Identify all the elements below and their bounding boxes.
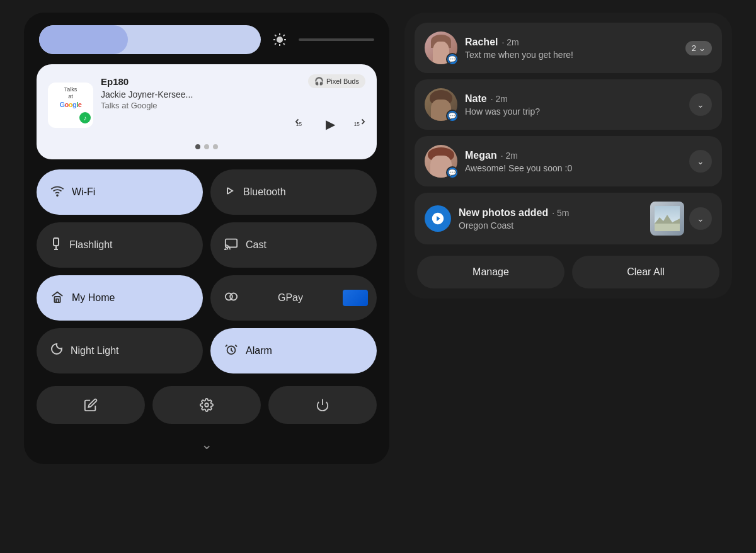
power-button[interactable] [268, 386, 377, 424]
media-title: Jackie Joyner-Kersee... [101, 89, 365, 100]
tile-bluetooth[interactable]: Bluetooth [210, 169, 377, 215]
svg-rect-12 [54, 238, 59, 246]
expand-button-photos[interactable]: ⌄ [689, 207, 712, 230]
fwd15-button[interactable]: 15 [352, 116, 365, 132]
media-controls: 15 ▶ 15 [101, 113, 365, 135]
cast-icon [224, 237, 238, 253]
photos-icon [425, 205, 451, 232]
gpay-icon [224, 290, 238, 307]
tile-gpay[interactable]: GPay [210, 275, 377, 321]
message-badge-nate: 💬 [446, 110, 459, 122]
dot-1 [195, 144, 200, 149]
tile-nightlight[interactable]: Night Light [37, 328, 203, 373]
svg-point-14 [225, 249, 226, 250]
tile-alarm[interactable]: Alarm [210, 328, 377, 373]
avatar-megan: 💬 [425, 145, 457, 178]
notif-time-rachel: · 2m [501, 37, 518, 47]
notif-content-rachel: Rachel · 2m Text me when you get here! [465, 37, 678, 60]
svg-point-11 [57, 195, 58, 196]
brightness-slider[interactable] [39, 25, 261, 54]
cast-label: Cast [246, 239, 266, 251]
notif-content-photos: New photos added · 5m Oregon Coast [459, 207, 643, 231]
notif-actions-rachel: 2 ⌄ [685, 41, 712, 55]
expand-button-nate[interactable]: ⌄ [689, 93, 712, 116]
tile-flashlight[interactable]: Flashlight [37, 222, 203, 268]
collapse-chevron[interactable]: ⌄ [201, 436, 212, 453]
media-pagination [48, 144, 365, 149]
media-info: Ep180 🎧 Pixel Buds Jackie Joyner-Kersee.… [101, 74, 365, 135]
count-badge-rachel: 2 ⌄ [685, 41, 712, 55]
svg-line-6 [284, 43, 285, 45]
notif-name-nate: Nate [465, 93, 487, 105]
edit-button[interactable] [37, 386, 145, 424]
svg-rect-13 [226, 239, 237, 247]
svg-point-20 [205, 403, 209, 407]
notif-msg-rachel: Text me when you get here! [465, 50, 678, 60]
album-art: Talksat Google ♪ [48, 83, 93, 128]
back15-button[interactable]: 15 [295, 116, 309, 132]
svg-rect-16 [56, 299, 59, 302]
svg-point-0 [277, 37, 283, 43]
message-badge-megan: 💬 [446, 166, 459, 179]
notif-time-megan: · 2m [501, 151, 518, 161]
notif-msg-megan: Awesome! See you soon :0 [465, 163, 682, 173]
play-button[interactable]: ▶ [319, 113, 341, 135]
wifi-icon [50, 184, 64, 201]
media-card[interactable]: Talksat Google ♪ Ep180 🎧 Pixel Buds Jac [37, 64, 377, 159]
notif-photos-title: New photos added [459, 207, 548, 219]
message-badge: 💬 [446, 53, 459, 66]
dot-3 [213, 144, 218, 149]
notif-photos-time: · 5m [552, 208, 569, 218]
notifications-footer: Manage Clear All [415, 256, 722, 288]
alarm-label: Alarm [246, 345, 272, 356]
tile-myhome[interactable]: My Home [37, 275, 203, 321]
svg-line-5 [275, 35, 276, 36]
notif-time-nate: · 2m [491, 94, 508, 104]
chevron-row: ⌄ [37, 434, 377, 458]
flashlight-icon [50, 237, 62, 254]
quick-tiles-grid: Wi-Fi Bluetooth Flashli [37, 169, 377, 373]
notif-photos-subtitle: Oregon Coast [459, 220, 643, 231]
gpay-label: GPay [278, 292, 303, 304]
nightlight-label: Night Light [71, 345, 119, 356]
brightness-line [299, 38, 374, 41]
notification-photos[interactable]: New photos added · 5m Oregon Coast [415, 193, 722, 244]
manage-button[interactable]: Manage [417, 256, 564, 288]
media-episode: Ep180 [101, 76, 129, 87]
notif-name-rachel: Rachel [465, 37, 498, 48]
home-icon [50, 290, 64, 307]
main-container: Talksat Google ♪ Ep180 🎧 Pixel Buds Jac [0, 0, 756, 553]
photos-actions: ⌄ [650, 202, 712, 236]
svg-line-7 [284, 35, 285, 36]
notification-nate[interactable]: 💬 Nate · 2m How was your trip? ⌄ [415, 79, 722, 130]
tile-cast[interactable]: Cast [210, 222, 377, 268]
notif-content-nate: Nate · 2m How was your trip? [465, 93, 682, 117]
tile-wifi[interactable]: Wi-Fi [37, 169, 203, 215]
notification-megan[interactable]: 💬 Megan · 2m Awesome! See you soon :0 ⌄ [415, 136, 722, 186]
bluetooth-icon [224, 184, 236, 201]
brightness-row [37, 25, 377, 54]
quick-settings-panel: Talksat Google ♪ Ep180 🎧 Pixel Buds Jac [24, 13, 389, 464]
photos-thumbnail [650, 202, 684, 236]
notif-content-megan: Megan · 2m Awesome! See you soon :0 [465, 150, 682, 173]
svg-line-8 [275, 43, 276, 45]
expand-button-megan[interactable]: ⌄ [689, 150, 712, 173]
notif-actions-nate: ⌄ [689, 93, 712, 116]
notif-msg-nate: How was your trip? [465, 106, 682, 117]
spotify-icon: ♪ [79, 112, 91, 123]
avatar-nate: 💬 [425, 88, 457, 121]
notification-rachel[interactable]: 💬 Rachel · 2m Text me when you get here!… [415, 23, 722, 73]
settings-button[interactable] [152, 386, 261, 424]
svg-rect-23 [655, 224, 680, 231]
notif-name-megan: Megan [465, 150, 497, 161]
nightlight-icon [50, 343, 63, 360]
clear-all-button[interactable]: Clear All [572, 256, 719, 288]
brightness-icon [268, 28, 291, 51]
notif-actions-megan: ⌄ [689, 150, 712, 173]
alarm-icon [224, 343, 238, 360]
flashlight-label: Flashlight [69, 239, 112, 251]
gpay-card-icon [343, 290, 368, 306]
svg-text:15: 15 [354, 122, 360, 127]
myhome-label: My Home [72, 292, 115, 304]
avatar-rachel: 💬 [425, 31, 457, 64]
